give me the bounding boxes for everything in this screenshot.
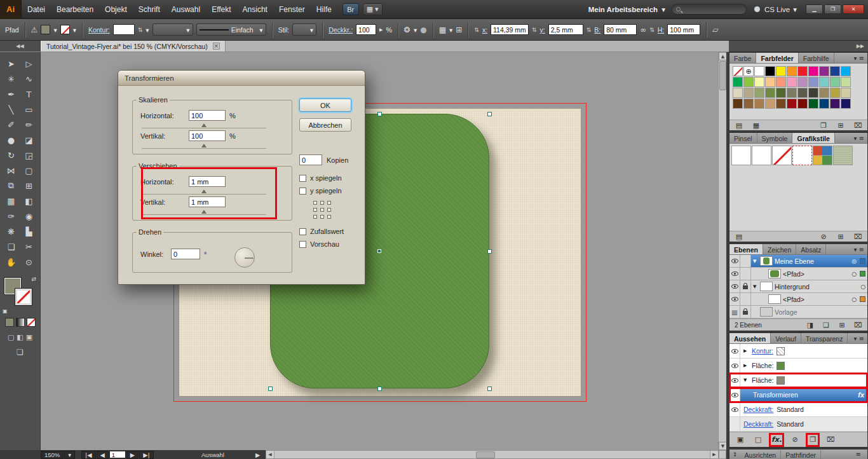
color-swatch[interactable] xyxy=(765,66,775,76)
gradient-tool[interactable]: ◧ xyxy=(20,193,38,209)
graphic-style-5[interactable] xyxy=(813,146,832,165)
color-swatch[interactable] xyxy=(841,66,851,76)
new-swatch-group-button[interactable]: ❐ xyxy=(819,121,828,130)
rectangle-tool[interactable]: ▭ xyxy=(20,102,38,117)
color-swatch[interactable] xyxy=(797,77,808,87)
color-swatch[interactable] xyxy=(830,88,840,98)
line-tool[interactable]: ╲ xyxy=(3,102,20,117)
color-swatch[interactable] xyxy=(797,88,808,98)
scroll-right-icon[interactable]: ▶ xyxy=(710,451,718,458)
new-fill-button[interactable]: □ xyxy=(754,435,763,444)
color-swatch[interactable] xyxy=(797,99,808,109)
panel-menu-icon[interactable]: ▾ ≡ xyxy=(850,133,867,143)
y-position-input[interactable] xyxy=(548,24,583,35)
visibility-toggle[interactable] xyxy=(729,293,740,305)
menu-schrift[interactable]: Schrift xyxy=(133,0,166,19)
swatch-libraries-button[interactable]: ▤ xyxy=(735,121,743,130)
collapse-tools-icon[interactable]: ◀◀ xyxy=(0,41,41,51)
color-swatch[interactable] xyxy=(808,77,818,87)
opacity-input[interactable] xyxy=(356,24,376,35)
menu-ansicht[interactable]: Ansicht xyxy=(237,0,273,19)
lock-toggle[interactable] xyxy=(740,255,751,267)
add-effect-button[interactable]: fx. xyxy=(771,435,782,444)
selection-handle[interactable] xyxy=(377,387,382,391)
chevron-right-icon[interactable]: ▶ xyxy=(379,27,383,32)
paintbrush-tool[interactable]: ✐ xyxy=(3,117,20,132)
color-swatch[interactable] xyxy=(776,66,786,76)
mirror-x-checkbox[interactable] xyxy=(299,175,306,182)
updown-icon[interactable]: ↕ xyxy=(733,451,738,458)
color-swatch[interactable] xyxy=(765,77,775,87)
graphic-style-dropdown[interactable]: ▾ xyxy=(292,24,316,36)
tab-absatz[interactable]: Absatz xyxy=(796,244,826,254)
swatch-kinds-button[interactable]: ▦ xyxy=(752,121,761,130)
width-input[interactable] xyxy=(604,24,637,35)
color-swatch[interactable] xyxy=(830,99,840,109)
appearance-label[interactable]: Deckkraft: xyxy=(743,406,773,413)
swatch-registration[interactable]: ⊕ xyxy=(743,66,754,76)
menu-objekt[interactable]: Objekt xyxy=(99,0,133,19)
scale-vertical-input[interactable] xyxy=(189,130,226,141)
distribute-options-icon[interactable]: ⊞ xyxy=(456,25,462,34)
scale-horizontal-input[interactable] xyxy=(189,110,226,121)
clear-appearance-button[interactable]: ⊘ xyxy=(790,435,799,444)
color-swatch[interactable] xyxy=(733,77,743,87)
color-swatch[interactable] xyxy=(776,88,786,98)
color-swatch[interactable] xyxy=(776,99,786,109)
menu-bearbeiten[interactable]: Bearbeiten xyxy=(51,0,99,19)
appearance-row[interactable]: ▼Fläche: xyxy=(729,373,867,388)
previous-page-button[interactable]: ◀ xyxy=(97,451,109,459)
visibility-toggle[interactable] xyxy=(729,388,740,402)
appearance-row[interactable]: Deckkraft:Standard xyxy=(729,402,867,417)
tab-pinsel[interactable]: Pinsel xyxy=(729,133,757,143)
chevron-down-icon[interactable]: ▾ xyxy=(414,26,417,34)
width-tool[interactable]: ⋈ xyxy=(3,163,20,178)
lock-toggle[interactable] xyxy=(740,280,751,292)
visibility-toggle[interactable] xyxy=(729,344,740,358)
swatch-none[interactable] xyxy=(733,66,743,76)
color-swatch[interactable] xyxy=(841,88,851,98)
pen-tool[interactable]: ✒ xyxy=(3,86,20,102)
color-swatch[interactable] xyxy=(819,77,829,87)
delete-style-button[interactable]: ⌧ xyxy=(853,232,862,241)
panel-menu-icon[interactable]: ≡ xyxy=(853,451,864,458)
stroke-color-swatch[interactable] xyxy=(15,289,32,305)
lock-toggle[interactable] xyxy=(740,268,751,280)
color-swatch[interactable] xyxy=(797,66,808,76)
tab-transparenz[interactable]: Transparenz xyxy=(801,333,848,343)
link-dimensions-icon[interactable]: ∞ xyxy=(640,25,646,34)
document-tab[interactable]: Tutorial_Vintage-Flyer.ai* bei 150 % (CM… xyxy=(41,41,226,51)
appearance-label[interactable]: Fläche: xyxy=(752,362,773,369)
draw-normal-icon[interactable]: ▢ xyxy=(8,333,14,341)
scroll-down-icon[interactable]: ▼ xyxy=(719,442,726,450)
tab-farbfelder[interactable]: Farbfelder xyxy=(756,53,798,63)
bridge-button[interactable]: Br xyxy=(342,3,359,15)
color-swatch[interactable] xyxy=(787,88,797,98)
rotate-tool[interactable]: ↻ xyxy=(3,147,20,163)
panel-menu-icon[interactable]: ▾ ≡ xyxy=(850,333,867,343)
mesh-tool[interactable]: ▦ xyxy=(3,193,20,209)
layer-main[interactable]: <Pfad>○ xyxy=(751,268,867,280)
selection-handle[interactable] xyxy=(487,387,492,391)
blend-tool[interactable]: ◉ xyxy=(20,209,38,224)
color-swatch[interactable] xyxy=(841,99,851,109)
stroke-panel-link[interactable]: Kontur: xyxy=(88,26,110,34)
x-position-input[interactable] xyxy=(491,24,529,35)
scale-tool[interactable]: ◲ xyxy=(20,147,38,163)
magic-wand-tool[interactable]: ✳ xyxy=(3,71,20,86)
free-transform-tool[interactable]: ▢ xyxy=(20,163,38,178)
expand-triangle-icon[interactable]: ▼ xyxy=(753,284,758,289)
color-swatch[interactable] xyxy=(776,77,786,87)
last-page-button[interactable]: ▶| xyxy=(139,451,154,459)
graphic-style-6[interactable] xyxy=(833,146,853,165)
color-swatch[interactable] xyxy=(743,99,754,109)
color-button[interactable] xyxy=(5,318,14,327)
horizontal-scrollbar[interactable]: ◀ ▶ xyxy=(266,450,719,459)
tab-farbhilfe[interactable]: Farbhilfe xyxy=(799,53,834,63)
new-style-button[interactable]: ⊞ xyxy=(836,232,845,241)
swap-fill-stroke-icon[interactable]: ⇄ xyxy=(31,276,36,282)
tab-verlauf[interactable]: Verlauf xyxy=(771,333,801,343)
layer-row[interactable]: ▼Meine Ebene◎ xyxy=(729,255,867,268)
new-stroke-button[interactable]: ▣ xyxy=(736,435,745,444)
expand-triangle-icon[interactable]: ▶ xyxy=(743,363,749,368)
